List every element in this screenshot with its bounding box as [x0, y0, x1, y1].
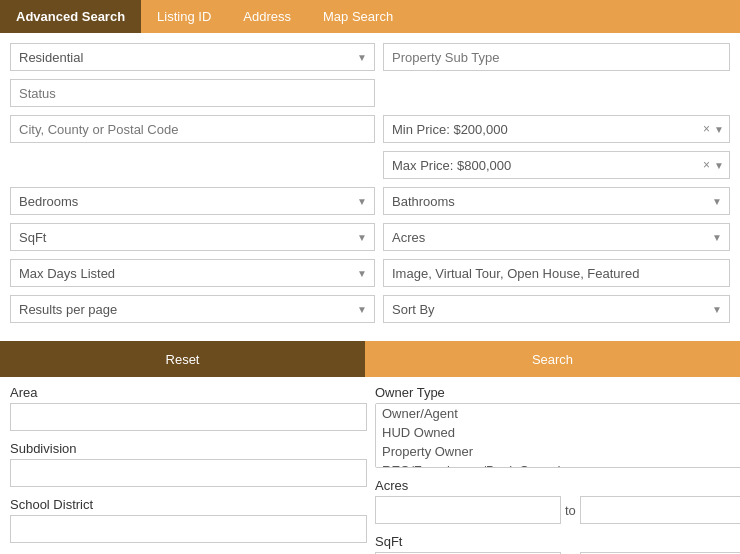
bathrooms-select[interactable]: Bathrooms 1+ 2+ 3+ 4+	[383, 187, 730, 215]
tab-listing-id[interactable]: Listing ID	[141, 0, 227, 33]
area-label: Area	[10, 385, 367, 400]
row-status	[10, 79, 730, 107]
acres-select[interactable]: Acres 0.25+ 0.5+ 1+ 5+	[383, 223, 730, 251]
sqft-select[interactable]: SqFt 500+ 1000+ 1500+ 2000+	[10, 223, 375, 251]
sqft-range-group: SqFt to	[375, 534, 740, 554]
sqft-dropdown[interactable]: SqFt 500+ 1000+ 1500+ 2000+	[10, 223, 375, 251]
header-tabs: Advanced Search Listing ID Address Map S…	[0, 0, 740, 33]
max-days-select[interactable]: Max Days Listed 7 14 30 60 90	[10, 259, 375, 287]
acres-range-label: Acres	[375, 478, 740, 493]
lower-left-column: Area Subdivision School District Private…	[10, 385, 375, 554]
buttons-row: Reset Search	[0, 341, 740, 377]
school-district-input[interactable]	[10, 515, 367, 543]
acres-max-input[interactable]	[580, 496, 740, 524]
school-district-label: School District	[10, 497, 367, 512]
max-price-input[interactable]	[383, 151, 730, 179]
features-input[interactable]	[383, 259, 730, 287]
reset-button[interactable]: Reset	[0, 341, 365, 377]
subdivision-group: Subdivision	[10, 441, 367, 487]
row-property-type: Residential Commercial Land	[10, 43, 730, 71]
bedrooms-dropdown[interactable]: Bedrooms 1+ 2+ 3+ 4+ 5+	[10, 187, 375, 215]
tab-address[interactable]: Address	[227, 0, 307, 33]
bedrooms-select[interactable]: Bedrooms 1+ 2+ 3+ 4+ 5+	[10, 187, 375, 215]
results-per-page-select[interactable]: Results per page 10 25 50 100	[10, 295, 375, 323]
lower-section: Area Subdivision School District Private…	[0, 377, 740, 554]
lower-right-column: Owner Type Owner/Agent HUD Owned Propert…	[375, 385, 740, 554]
school-district-group: School District	[10, 497, 367, 543]
row-sqft-acres: SqFt 500+ 1000+ 1500+ 2000+ Acres 0.25+ …	[10, 223, 730, 251]
row-location-price: × ▼	[10, 115, 730, 143]
property-sub-type-input[interactable]	[383, 43, 730, 71]
search-button[interactable]: Search	[365, 341, 740, 377]
min-price-container: × ▼	[383, 115, 730, 143]
max-days-dropdown[interactable]: Max Days Listed 7 14 30 60 90	[10, 259, 375, 287]
owner-type-label: Owner Type	[375, 385, 740, 400]
property-type-select[interactable]: Residential Commercial Land	[10, 43, 375, 71]
results-per-page-dropdown[interactable]: Results per page 10 25 50 100	[10, 295, 375, 323]
acres-min-input[interactable]	[375, 496, 561, 524]
row-bedrooms-bathrooms: Bedrooms 1+ 2+ 3+ 4+ 5+ Bathrooms 1+ 2+ …	[10, 187, 730, 215]
min-price-input[interactable]	[383, 115, 730, 143]
sqft-range-label: SqFt	[375, 534, 740, 549]
area-group: Area	[10, 385, 367, 431]
acres-range-row: to	[375, 496, 740, 524]
row-days-features: Max Days Listed 7 14 30 60 90	[10, 259, 730, 287]
acres-range-group: Acres to	[375, 478, 740, 524]
tab-advanced-search[interactable]: Advanced Search	[0, 0, 141, 33]
area-input[interactable]	[10, 403, 367, 431]
search-form: Residential Commercial Land × ▼	[0, 33, 740, 341]
owner-type-group: Owner Type Owner/Agent HUD Owned Propert…	[375, 385, 740, 468]
min-price-clear-icon[interactable]: ×	[703, 122, 710, 136]
owner-type-list[interactable]: Owner/Agent HUD Owned Property Owner REO…	[375, 403, 740, 468]
tab-map-search[interactable]: Map Search	[307, 0, 409, 33]
acres-to-label: to	[565, 503, 576, 518]
subdivision-label: Subdivision	[10, 441, 367, 456]
max-price-container: × ▼	[383, 151, 730, 179]
property-type-dropdown[interactable]: Residential Commercial Land	[10, 43, 375, 71]
max-price-clear-icon[interactable]: ×	[703, 158, 710, 172]
sort-by-select[interactable]: Sort By Price (Low to High) Price (High …	[383, 295, 730, 323]
row-max-price: × ▼	[10, 151, 730, 179]
city-county-postal-input[interactable]	[10, 115, 375, 143]
bathrooms-dropdown[interactable]: Bathrooms 1+ 2+ 3+ 4+	[383, 187, 730, 215]
row-results-sort: Results per page 10 25 50 100 Sort By Pr…	[10, 295, 730, 323]
acres-dropdown[interactable]: Acres 0.25+ 0.5+ 1+ 5+	[383, 223, 730, 251]
subdivision-input[interactable]	[10, 459, 367, 487]
status-input[interactable]	[10, 79, 375, 107]
sort-by-dropdown[interactable]: Sort By Price (Low to High) Price (High …	[383, 295, 730, 323]
